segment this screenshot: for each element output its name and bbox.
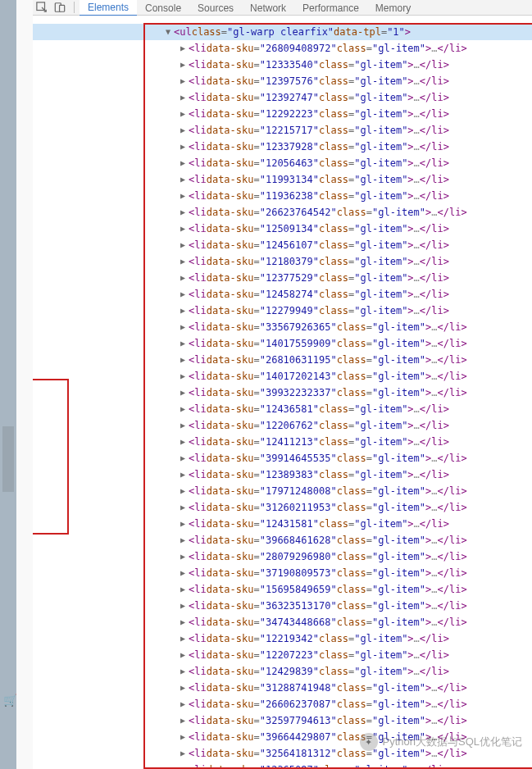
dom-node-li[interactable]: <li data-sku="37190809573" class="gl-ite… — [33, 565, 532, 581]
dom-node-li[interactable]: <li data-sku="26623764542" class="gl-ite… — [33, 204, 532, 221]
dom-node-li[interactable]: <li data-sku="31260211953" class="gl-ite… — [33, 499, 532, 516]
expand-toggle-icon[interactable] — [179, 93, 187, 102]
expand-toggle-icon[interactable] — [179, 274, 187, 282]
expand-toggle-icon[interactable] — [179, 520, 187, 528]
dom-node-li[interactable]: <li data-sku="14017559909" class="gl-ite… — [33, 335, 532, 352]
dom-node-ul[interactable]: <ul class="gl-warp clearfix" data-tpl="1… — [33, 24, 532, 40]
dom-node-li[interactable]: <li data-sku="12431581" class="gl-item">… — [33, 516, 532, 532]
dom-node-li[interactable]: <li data-sku="12207223" class="gl-item">… — [33, 647, 532, 663]
expand-toggle-icon[interactable] — [179, 61, 187, 69]
dom-tree[interactable]: <ul class="gl-warp clearfix" data-tpl="1… — [33, 16, 532, 769]
expand-toggle-icon[interactable] — [179, 44, 187, 52]
dom-node-li[interactable]: <li data-sku="12411213" class="gl-item">… — [33, 434, 532, 450]
dom-node-li[interactable]: <li data-sku="12056463" class="gl-item">… — [33, 155, 532, 171]
dom-node-li[interactable]: <li data-sku="12436581" class="gl-item">… — [33, 401, 532, 417]
expand-toggle-icon[interactable] — [179, 339, 187, 348]
expand-toggle-icon[interactable] — [179, 536, 187, 544]
expand-toggle-icon[interactable] — [179, 667, 187, 676]
tab-memory[interactable]: Memory — [367, 0, 419, 16]
tab-sources[interactable]: Sources — [189, 0, 242, 16]
expand-toggle-icon[interactable] — [179, 143, 187, 151]
expand-toggle-icon[interactable] — [179, 290, 187, 298]
expand-toggle-icon[interactable] — [179, 323, 187, 331]
expand-toggle-icon[interactable] — [179, 192, 187, 200]
dom-node-li[interactable]: <li data-sku="12509134" class="gl-item">… — [33, 221, 532, 237]
dom-node-li[interactable]: <li data-sku="14017202143" class="gl-ite… — [33, 368, 532, 384]
expand-toggle-icon[interactable] — [179, 110, 187, 118]
expand-toggle-icon[interactable] — [179, 553, 187, 561]
expand-toggle-icon[interactable] — [179, 257, 187, 266]
expand-toggle-icon[interactable] — [179, 126, 187, 134]
dom-node-li[interactable]: <li data-sku="12458274" class="gl-item">… — [33, 286, 532, 303]
dom-node-li[interactable]: <li data-sku="12365097" class="gl-item">… — [33, 762, 532, 769]
expand-toggle-icon[interactable] — [179, 225, 187, 233]
dom-node-li[interactable]: <li data-sku="39664429807" class="gl-ite… — [33, 729, 532, 745]
expand-toggle-icon[interactable] — [179, 487, 187, 495]
inspect-icon[interactable] — [33, 0, 51, 16]
dom-node-li[interactable]: <li data-sku="26810631195" class="gl-ite… — [33, 352, 532, 368]
expand-toggle-icon[interactable] — [179, 733, 187, 741]
expand-toggle-icon[interactable] — [179, 585, 187, 594]
dom-node-li[interactable]: <li data-sku="12219342" class="gl-item">… — [33, 630, 532, 647]
expand-toggle-icon[interactable] — [179, 421, 187, 430]
dom-node-li[interactable]: <li data-sku="12397576" class="gl-item">… — [33, 73, 532, 89]
dom-node-li[interactable]: <li data-sku="12377529" class="gl-item">… — [33, 270, 532, 286]
dom-node-li[interactable]: <li data-sku="39932232337" class="gl-ite… — [33, 384, 532, 401]
device-toggle-icon[interactable] — [51, 0, 69, 16]
tab-network[interactable]: Network — [242, 0, 294, 16]
expand-toggle-icon[interactable] — [179, 241, 187, 249]
expand-toggle-icon[interactable] — [179, 569, 187, 577]
dom-node-li[interactable]: <li data-sku="12215717" class="gl-item">… — [33, 122, 532, 139]
dom-node-li[interactable]: <li data-sku="33567926365" class="gl-ite… — [33, 319, 532, 335]
dom-node-li[interactable]: <li data-sku="12429839" class="gl-item">… — [33, 663, 532, 680]
dom-node-li[interactable]: <li data-sku="34743448668" class="gl-ite… — [33, 614, 532, 630]
expand-toggle-icon[interactable] — [179, 766, 187, 769]
dom-node-li[interactable]: <li data-sku="26606237087" class="gl-ite… — [33, 696, 532, 712]
expand-toggle-icon[interactable] — [179, 635, 187, 643]
dom-node-li[interactable]: <li data-sku="12333540" class="gl-item">… — [33, 57, 532, 73]
dom-node-li[interactable]: <li data-sku="32597794613" class="gl-ite… — [33, 712, 532, 729]
dom-node-li[interactable]: <li data-sku="17971248008" class="gl-ite… — [33, 483, 532, 499]
expand-toggle-icon[interactable] — [179, 749, 187, 758]
dom-node-li[interactable]: <li data-sku="15695849659" class="gl-ite… — [33, 581, 532, 598]
expand-toggle-icon[interactable] — [179, 175, 187, 184]
dom-node-li[interactable]: <li data-sku="12292223" class="gl-item">… — [33, 106, 532, 122]
dom-node-li[interactable]: <li data-sku="36323513170" class="gl-ite… — [33, 598, 532, 614]
dom-node-li[interactable]: <li data-sku="26809408972" class="gl-ite… — [33, 40, 532, 57]
expand-toggle-icon[interactable] — [179, 618, 187, 626]
dom-node-li[interactable]: <li data-sku="12206762" class="gl-item">… — [33, 417, 532, 434]
dom-node-li[interactable]: <li data-sku="11993134" class="gl-item">… — [33, 171, 532, 188]
dom-node-li[interactable]: <li data-sku="28079296980" class="gl-ite… — [33, 548, 532, 565]
expand-toggle-icon[interactable] — [179, 77, 187, 85]
expand-toggle-icon[interactable] — [179, 405, 187, 413]
expand-toggle-icon[interactable] — [179, 602, 187, 610]
dom-node-li[interactable]: <li data-sku="12389383" class="gl-item">… — [33, 466, 532, 483]
dom-node-li[interactable]: <li data-sku="11936238" class="gl-item">… — [33, 188, 532, 204]
tab-elements[interactable]: Elements — [80, 0, 137, 16]
dom-node-li[interactable]: <li data-sku="12337928" class="gl-item">… — [33, 139, 532, 155]
expand-toggle-icon[interactable] — [179, 307, 187, 315]
expand-toggle-icon[interactable] — [179, 159, 187, 167]
expand-toggle-icon[interactable] — [179, 700, 187, 708]
expand-toggle-icon[interactable] — [179, 651, 187, 659]
dom-node-li[interactable]: <li data-sku="12456107" class="gl-item">… — [33, 237, 532, 253]
expand-toggle-icon[interactable] — [179, 356, 187, 364]
dom-node-li[interactable]: <li data-sku="12279949" class="gl-item">… — [33, 303, 532, 319]
dom-node-li[interactable]: <li data-sku="39914645535" class="gl-ite… — [33, 450, 532, 466]
expand-toggle-icon[interactable] — [179, 471, 187, 479]
expand-toggle-icon[interactable] — [164, 28, 172, 36]
expand-toggle-icon[interactable] — [179, 372, 187, 380]
expand-toggle-icon[interactable] — [179, 503, 187, 512]
dom-node-li[interactable]: <li data-sku="12180379" class="gl-item">… — [33, 253, 532, 270]
tab-console[interactable]: Console — [137, 0, 189, 16]
expand-toggle-icon[interactable] — [179, 454, 187, 462]
expand-toggle-icon[interactable] — [179, 438, 187, 446]
dom-node-li[interactable]: <li data-sku="32564181312" class="gl-ite… — [33, 745, 532, 762]
dom-node-li[interactable]: <li data-sku="12392747" class="gl-item">… — [33, 89, 532, 106]
tab-performance[interactable]: Performance — [294, 0, 367, 16]
expand-toggle-icon[interactable] — [179, 208, 187, 216]
expand-toggle-icon[interactable] — [179, 389, 187, 397]
dom-node-li[interactable]: <li data-sku="39668461628" class="gl-ite… — [33, 532, 532, 548]
expand-toggle-icon[interactable] — [179, 717, 187, 725]
expand-toggle-icon[interactable] — [179, 684, 187, 692]
